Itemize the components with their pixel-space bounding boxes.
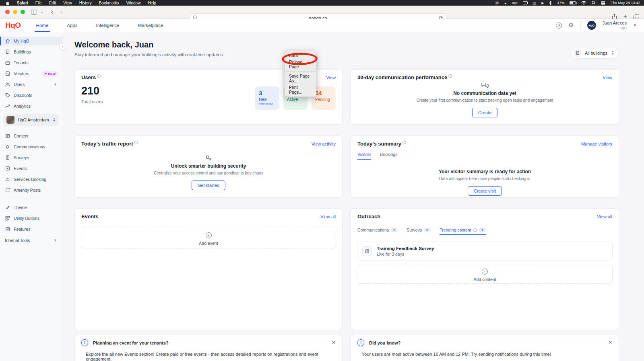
sidebar-item-features[interactable]: Features [0, 225, 62, 234]
sidebar-item-internal-tools[interactable]: Internal Tools ▼ [0, 236, 62, 245]
get-started-button[interactable]: Get started [192, 180, 225, 190]
tab-surveys[interactable]: Surveys 0 [407, 228, 431, 235]
summary-tabs: Visitors Bookings [357, 152, 397, 160]
menu-file[interactable]: File [35, 1, 42, 5]
sidebar-item-communications[interactable]: Communications [0, 142, 62, 151]
events-view-all-link[interactable]: View all [320, 214, 336, 219]
sidebar-item-tenants[interactable]: Tenants [0, 58, 62, 67]
cam-icon[interactable]: ◒ [504, 1, 507, 5]
sidebar-item-analytics[interactable]: Analytics [0, 102, 62, 111]
sidebar-toggle-icon[interactable] [27, 10, 41, 14]
create-communication-button[interactable]: Create [472, 108, 497, 117]
menu-help[interactable]: Help [148, 1, 156, 5]
gear-icon[interactable]: ⚙ [495, 1, 499, 5]
traffic-view-activity-link[interactable]: View activity [312, 142, 336, 146]
menu-bookmarks[interactable]: Bookmarks [99, 1, 119, 5]
close-icon[interactable]: ✕ [608, 340, 612, 345]
sidebar-label: Theme [14, 205, 27, 210]
forward-button[interactable]: › [57, 8, 66, 15]
tag-icon [5, 92, 10, 98]
user-name-block[interactable]: Juan Areces HqO [603, 21, 627, 30]
tab-visitors[interactable]: Visitors [357, 152, 371, 160]
close-window-button[interactable] [5, 10, 10, 14]
hqo-logo[interactable]: HqO [0, 21, 36, 30]
tab-trending-content[interactable]: Trending content i 1 [440, 228, 485, 235]
record-icon[interactable]: ◎ [533, 1, 537, 5]
play-icon[interactable]: ▶ [541, 1, 544, 5]
display-icon[interactable] [523, 1, 528, 4]
bluetooth-icon[interactable] [549, 1, 552, 5]
sidebar-label: Content [14, 133, 29, 138]
info-icon[interactable]: i [97, 74, 101, 78]
tab-apps[interactable]: Apps [67, 19, 77, 32]
sidebar-item-services-booking[interactable]: Services Booking [0, 175, 62, 184]
zoom-window-button[interactable] [21, 10, 25, 14]
menubar-clock[interactable]: Thu May 29 13:42 [611, 1, 640, 5]
empty-subtitle: Centralize your access control and say g… [75, 171, 342, 175]
info-icon[interactable]: i [448, 74, 452, 78]
sidebar-item-users[interactable]: Users ▼ [0, 80, 62, 89]
close-icon[interactable]: ✕ [332, 340, 336, 345]
menu-view[interactable]: View [63, 1, 72, 5]
briefcase-icon [5, 60, 10, 66]
sidebar-item-discounts[interactable]: Discounts [0, 91, 62, 100]
info-icon[interactable]: i [134, 141, 138, 144]
context-menu-save-page-as[interactable]: Save Page As... [285, 73, 316, 84]
sidebar-collapse-button[interactable]: ‹ [59, 43, 66, 50]
hqo-status-icon[interactable]: HqO [512, 2, 518, 4]
sidebar-label: Amenity Posts [14, 188, 41, 193]
tab-intelligence[interactable]: Intelligence [96, 19, 120, 32]
search-icon[interactable] [592, 1, 596, 5]
sidebar-item-surveys[interactable]: Surveys [0, 153, 62, 162]
building-filter-dropdown[interactable]: All buildings ▲▼ [571, 47, 619, 59]
context-menu-print-page[interactable]: Print Page... [285, 84, 316, 95]
chevron-down-icon[interactable]: ▼ [633, 23, 637, 27]
chevron-down-icon: ▼ [54, 238, 57, 242]
communication-view-link[interactable]: View [603, 75, 612, 80]
help-icon[interactable]: ? [556, 23, 562, 29]
banner-title: Did you know? [369, 340, 400, 345]
tab-bookings[interactable]: Bookings [380, 152, 397, 160]
manage-visitors-link[interactable]: Manage visitors [581, 142, 612, 146]
tab-overview-icon[interactable] [634, 14, 639, 19]
traffic-empty-state: Unlock smarter building security Central… [75, 155, 342, 190]
add-event-dropzone[interactable]: + Add event [81, 227, 336, 248]
card-title: Usersi [81, 74, 101, 80]
tab-group-chevron-icon[interactable]: ⌄ [41, 10, 47, 14]
plus-icon: + [206, 232, 212, 238]
info-icon[interactable]: i [402, 141, 406, 144]
tab-communications[interactable]: Communications 0 [357, 228, 398, 235]
back-button[interactable]: ‹ [47, 8, 57, 15]
minimize-window-button[interactable] [13, 10, 17, 14]
count-badge: 0 [391, 228, 398, 232]
sidebar-item-events[interactable]: Events [0, 164, 62, 173]
sidebar-item-utility-buttons[interactable]: Utility Buttons [0, 214, 62, 223]
sidebar-item-vendors[interactable]: Vendors ✦ NEW [0, 69, 62, 78]
menu-window[interactable]: Window [126, 1, 141, 5]
settings-gear-icon[interactable]: ⚙ [568, 22, 574, 29]
sidebar-item-buildings[interactable]: Buildings [0, 47, 62, 56]
tab-marketplace[interactable]: Marketplace [138, 19, 163, 32]
tab-home[interactable]: Home [36, 19, 49, 32]
add-content-dropzone[interactable]: + Add content [357, 265, 613, 284]
trending-content-item[interactable]: Training Feedback Survey Live for 3 days [357, 242, 613, 260]
sidebar-item-theme[interactable]: Theme [0, 203, 62, 212]
apple-icon[interactable] [6, 1, 10, 5]
divider [285, 71, 316, 72]
menubar-app-name[interactable]: Safari [17, 1, 28, 5]
menu-edit[interactable]: Edit [49, 1, 56, 5]
sidebar-item-my-hqo[interactable]: My HqO [0, 37, 62, 45]
sidebar-label: Internal Tools [5, 238, 30, 243]
sidebar-item-amenity-posts[interactable]: Amenity Posts [0, 186, 62, 195]
user-avatar[interactable]: HqO [587, 21, 596, 30]
outreach-view-all-link[interactable]: View all [597, 214, 612, 219]
info-circle-icon: i [81, 339, 88, 346]
create-visit-button[interactable]: Create visit [468, 186, 502, 196]
menu-history[interactable]: History [79, 1, 92, 5]
building-selector[interactable]: HqO Amsterdam ▲▼ [3, 114, 59, 126]
control-center-icon[interactable] [601, 1, 605, 5]
users-view-link[interactable]: View [326, 75, 336, 80]
sidebar-item-content[interactable]: Content [0, 131, 62, 140]
wifi-icon[interactable] [581, 1, 586, 5]
divider [0, 199, 62, 199]
